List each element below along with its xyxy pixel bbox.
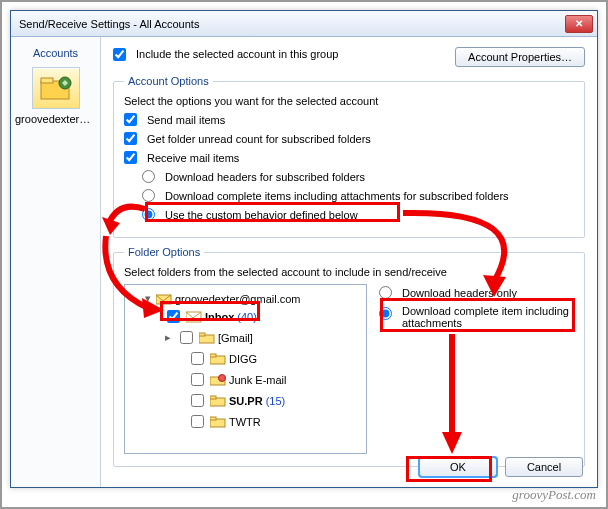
- svg-rect-6: [199, 333, 205, 336]
- main-panel: Include the selected account in this gro…: [101, 37, 597, 487]
- receive-mail-label: Receive mail items: [147, 152, 239, 164]
- use-custom-label: Use the custom behavior defined below: [165, 209, 358, 221]
- account-options-intro: Select the options you want for the sele…: [124, 95, 574, 107]
- receive-mail-row[interactable]: Receive mail items: [124, 151, 574, 164]
- folder-icon: [210, 416, 226, 428]
- twtr-checkbox[interactable]: [191, 415, 204, 428]
- send-mail-label: Send mail items: [147, 114, 225, 126]
- tree-root[interactable]: ▾ groovedexter@gmail.com: [143, 291, 362, 306]
- digg-label: DIGG: [229, 353, 257, 365]
- tree-digg[interactable]: DIGG: [187, 348, 362, 369]
- tree-root-label: groovedexter@gmail.com: [175, 293, 301, 305]
- dl-complete-item-row[interactable]: Download complete item including attachm…: [379, 305, 574, 329]
- ok-button[interactable]: OK: [419, 457, 497, 477]
- folder-options-intro: Select folders from the selected account…: [124, 266, 574, 278]
- junk-checkbox[interactable]: [191, 373, 204, 386]
- account-options-group: Account Options Select the options you w…: [113, 75, 585, 238]
- folder-options-legend: Folder Options: [124, 246, 204, 258]
- account-label[interactable]: groovedexter@…: [15, 113, 96, 125]
- inbox-label: Inbox: [205, 311, 234, 323]
- junk-icon: [210, 374, 226, 386]
- include-account-row[interactable]: Include the selected account in this gro…: [113, 48, 338, 61]
- dialog-window: Send/Receive Settings - All Accounts ✕ A…: [10, 10, 598, 488]
- gmail-checkbox[interactable]: [180, 331, 193, 344]
- svg-rect-12: [210, 396, 216, 399]
- supr-label: SU.PR: [229, 395, 263, 407]
- dl-complete-label: Download complete items including attach…: [165, 190, 509, 202]
- svg-rect-14: [210, 417, 216, 420]
- dl-complete-item-radio[interactable]: [379, 307, 392, 320]
- folder-options-group: Folder Options Select folders from the s…: [113, 246, 585, 467]
- cancel-button[interactable]: Cancel: [505, 457, 583, 477]
- gmail-label: [Gmail]: [218, 332, 253, 344]
- dl-headers-only-label: Download headers only: [402, 287, 517, 299]
- account-icon[interactable]: [32, 67, 80, 109]
- svg-point-10: [219, 374, 226, 381]
- tree-gmail[interactable]: ▸ [Gmail]: [163, 327, 362, 348]
- tree-supr[interactable]: SU.PR (15): [187, 390, 362, 411]
- receive-mail-checkbox[interactable]: [124, 151, 137, 164]
- expand-icon[interactable]: ▾: [143, 292, 153, 305]
- titlebar[interactable]: Send/Receive Settings - All Accounts ✕: [11, 11, 597, 37]
- svg-rect-1: [41, 78, 53, 83]
- junk-label: Junk E-mail: [229, 374, 286, 386]
- supr-checkbox[interactable]: [191, 394, 204, 407]
- account-options-legend: Account Options: [124, 75, 213, 87]
- inbox-count: (40): [237, 311, 257, 323]
- get-unread-row[interactable]: Get folder unread count for subscribed f…: [124, 132, 574, 145]
- svg-rect-8: [210, 354, 216, 357]
- folder-icon: [199, 332, 215, 344]
- tree-junk[interactable]: Junk E-mail: [187, 369, 362, 390]
- dl-headers-only-row[interactable]: Download headers only: [379, 286, 574, 299]
- supr-count: (15): [266, 395, 286, 407]
- dl-complete-radio[interactable]: [142, 189, 155, 202]
- inbox-checkbox[interactable]: [167, 310, 180, 323]
- folder-icon: [210, 395, 226, 407]
- dl-complete-row[interactable]: Download complete items including attach…: [142, 189, 574, 202]
- send-mail-checkbox[interactable]: [124, 113, 137, 126]
- accounts-sidebar: Accounts groovedexter@…: [11, 37, 101, 487]
- send-mail-row[interactable]: Send mail items: [124, 113, 574, 126]
- sidebar-header: Accounts: [15, 43, 96, 67]
- close-button[interactable]: ✕: [565, 15, 593, 33]
- dl-complete-item-label: Download complete item including attachm…: [402, 305, 574, 329]
- use-custom-radio[interactable]: [142, 208, 155, 221]
- watermark: groovyPost.com: [512, 487, 596, 503]
- window-title: Send/Receive Settings - All Accounts: [19, 18, 565, 30]
- account-properties-button[interactable]: Account Properties…: [455, 47, 585, 67]
- folder-icon: [210, 353, 226, 365]
- expand-icon[interactable]: ▸: [163, 331, 173, 344]
- folder-tree[interactable]: ▾ groovedexter@gmail.com Inbox (40): [124, 284, 367, 454]
- digg-checkbox[interactable]: [191, 352, 204, 365]
- dl-headers-label: Download headers for subscribed folders: [165, 171, 365, 183]
- include-account-checkbox[interactable]: [113, 48, 126, 61]
- dl-headers-only-radio[interactable]: [379, 286, 392, 299]
- twtr-label: TWTR: [229, 416, 261, 428]
- tree-twtr[interactable]: TWTR: [187, 411, 362, 432]
- dl-headers-radio[interactable]: [142, 170, 155, 183]
- mailbox-icon: [156, 293, 172, 305]
- get-unread-label: Get folder unread count for subscribed f…: [147, 133, 371, 145]
- get-unread-checkbox[interactable]: [124, 132, 137, 145]
- dialog-footer: OK Cancel: [419, 457, 583, 477]
- use-custom-row[interactable]: Use the custom behavior defined below: [142, 208, 574, 221]
- inbox-icon: [186, 311, 202, 323]
- tree-inbox[interactable]: Inbox (40): [163, 306, 362, 327]
- include-account-label: Include the selected account in this gro…: [136, 48, 338, 60]
- dl-headers-row[interactable]: Download headers for subscribed folders: [142, 170, 574, 183]
- download-options: Download headers only Download complete …: [379, 284, 574, 454]
